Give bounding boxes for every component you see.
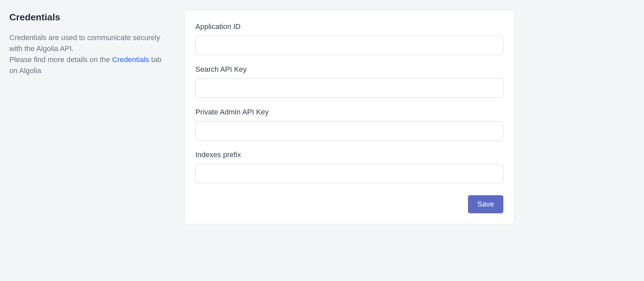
page-title: Credentials — [9, 12, 168, 23]
indexes-prefix-label: Indexes prefix — [195, 151, 503, 159]
private-admin-api-key-label: Private Admin API Key — [195, 108, 503, 116]
form-group-indexes-prefix: Indexes prefix — [195, 151, 503, 183]
private-admin-api-key-input[interactable] — [195, 121, 503, 140]
indexes-prefix-input[interactable] — [195, 164, 503, 183]
form-group-application-id: Application ID — [195, 22, 503, 55]
form-actions: Save — [195, 195, 503, 213]
search-api-key-input[interactable] — [195, 78, 503, 98]
page-description: Credentials are used to communicate secu… — [9, 32, 168, 76]
description-text-2a: Please find more details on the — [9, 55, 112, 64]
search-api-key-label: Search API Key — [195, 65, 503, 74]
credentials-link[interactable]: Credentials — [112, 55, 149, 64]
save-button[interactable]: Save — [468, 195, 503, 213]
settings-layout: Credentials Credentials are used to comm… — [9, 10, 635, 224]
form-group-private-admin-api-key: Private Admin API Key — [195, 108, 503, 140]
application-id-label: Application ID — [195, 22, 503, 31]
form-group-search-api-key: Search API Key — [195, 65, 503, 98]
application-id-input[interactable] — [195, 36, 503, 55]
credentials-card: Application ID Search API Key Private Ad… — [184, 10, 514, 224]
description-text-1: Credentials are used to communicate secu… — [9, 33, 160, 53]
sidebar-description: Credentials Credentials are used to comm… — [9, 10, 168, 224]
